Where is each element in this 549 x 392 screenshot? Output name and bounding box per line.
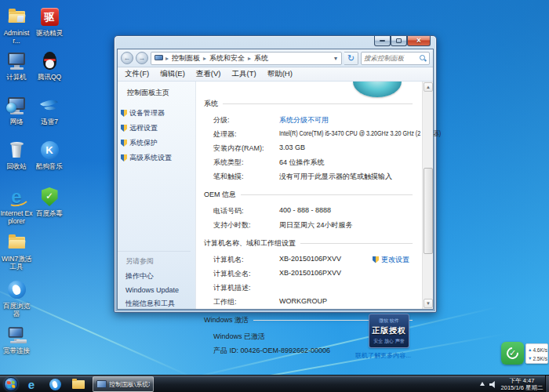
minimize-button[interactable] [374, 36, 391, 46]
desktop-icon-qq[interactable]: 腾讯QQ [33, 50, 66, 81]
sidebar-item-performance-tools[interactable]: 性能信息和工具 [125, 299, 191, 309]
recycle-bin-icon [6, 140, 27, 161]
menu-tools[interactable]: 工具(T) [226, 69, 261, 79]
section-title: 系统 [204, 99, 218, 109]
taskbar-internet-explorer[interactable]: e [22, 377, 41, 391]
section-title: Windows 激活 [204, 315, 249, 325]
breadcrumb-system[interactable]: 系统 [252, 53, 271, 64]
rating-unavailable-link[interactable]: 系统分级不可用 [279, 116, 329, 124]
download-speed: 2.5K/s [533, 354, 547, 363]
learn-more-online-link[interactable]: 联机了解更多内容... [355, 351, 411, 360]
search-input[interactable] [364, 54, 420, 62]
spec-row-rating: 分级: 系统分级不可用 [204, 113, 413, 127]
upload-speed: 4.6K/s [533, 346, 547, 354]
qq-penguin-icon [39, 50, 60, 71]
desktop-icon-baidu-browser[interactable]: 百度浏览器 [0, 279, 33, 318]
show-desktop-button[interactable] [545, 376, 549, 392]
taskbar-clock[interactable]: 下午 4:47 2015/1/6 星期二 [500, 377, 544, 392]
desktop-icon-network[interactable]: 网络 [0, 95, 33, 125]
spec-row-computer-name: 计算机名: XB-20150106PXVV 更改设置 [204, 252, 413, 267]
desktop-icon-label: 腾讯QQ [33, 73, 66, 81]
breadcrumb[interactable]: ▸ 控制面板 ▸ 系统和安全 ▸ 系统 ▾ [151, 52, 342, 65]
download-speed-row: ▼ 2.5K/s [528, 354, 547, 363]
search-box[interactable] [361, 52, 430, 65]
breadcrumb-control-panel[interactable]: 控制面板 [169, 53, 202, 64]
sidebar-item-control-panel-home[interactable]: 控制面板主页 [118, 82, 195, 106]
section-title: 计算机名称、域和工作组设置 [204, 238, 296, 249]
spec-row-workgroup: 工作组: WORKGROUP [204, 295, 413, 309]
desktop-icon-internet-explorer[interactable]: e Internet Explorer [0, 187, 33, 225]
main-panel: 系统 分级: 系统分级不可用 处理器: Intel(R) Core(TM) i5… [196, 82, 422, 309]
close-button[interactable]: × [407, 36, 431, 46]
spec-row-hours: 支持小时数: 周日至周六 24小时服务 [204, 218, 413, 232]
sidebar-item-label: 系统保护 [129, 138, 158, 148]
desktop-icon-label: 网络 [0, 118, 33, 125]
internet-explorer-icon: e [28, 378, 35, 391]
desktop-icon-computer[interactable]: 计算机 [0, 50, 33, 81]
refresh-button[interactable]: ↻ [344, 52, 358, 65]
net-speed-widget[interactable]: ▲ 4.6K/s ▼ 2.5K/s [525, 343, 548, 364]
address-dropdown-icon[interactable]: ▾ [332, 55, 340, 62]
scroll-down-arrow[interactable]: ▼ [424, 299, 433, 308]
menu-file[interactable]: 文件(F) [119, 69, 155, 79]
sidebar-item-device-manager[interactable]: 设备管理器 [118, 106, 195, 121]
baidu-browser-icon [6, 279, 27, 300]
computer-icon [96, 380, 107, 388]
speaker-icon[interactable] [489, 381, 497, 388]
desktop-icon-win7-activator-folder[interactable]: WIN7激活工具 [0, 232, 33, 270]
desktop-icon-label: Administr... [0, 29, 33, 45]
back-button[interactable]: ← [121, 52, 133, 64]
taskbar-explorer[interactable] [69, 377, 88, 391]
taskbar-baidu-browser[interactable] [45, 377, 64, 391]
start-button[interactable] [4, 377, 18, 391]
desktop-icon-label: Internet Explorer [0, 209, 33, 225]
desktop-icon-label: 百度浏览器 [0, 302, 33, 318]
maximize-button[interactable] [391, 36, 407, 46]
section-oem: OEM 信息 [204, 190, 413, 200]
forward-button[interactable]: → [136, 52, 148, 64]
computer-name-value: XB-20150106PXVV [279, 255, 373, 265]
windows-orb-graphic [353, 82, 402, 97]
scrollbar-thumb[interactable] [424, 168, 433, 254]
baidu-browser-icon [49, 379, 61, 390]
desktop-icon-baidu-antivirus[interactable]: ✓ 百度杀毒 [33, 187, 66, 217]
uac-shield-icon [121, 140, 127, 147]
change-settings-link[interactable]: 更改设置 [381, 255, 409, 265]
clock-time: 下午 4:47 [500, 377, 544, 384]
desktop-icon-label: 宽带连接 [0, 347, 33, 354]
desktop-icon-label: 计算机 [0, 73, 33, 81]
user-folder-icon [6, 6, 27, 27]
desktop-icon-drive-genius[interactable]: 驱 驱动精灵 [33, 6, 66, 37]
taskbar-active-task[interactable]: 控制面板\系统和安全\系统 [93, 376, 154, 392]
scroll-up-arrow[interactable]: ▲ [424, 82, 433, 92]
sidebar-item-windows-update[interactable]: Windows Update [125, 286, 191, 294]
desktop-icon-recycle-bin[interactable]: 回收站 [0, 140, 33, 170]
spec-row-system-type: 系统类型: 64 位操作系统 [204, 155, 413, 169]
sidebar-item-remote-settings[interactable]: 远程设置 [118, 121, 195, 136]
desktop-icon-admin-folder[interactable]: Administr... [0, 6, 33, 45]
sidebar-item-advanced-settings[interactable]: 高级系统设置 [118, 151, 195, 165]
menu-view[interactable]: 查看(V) [191, 69, 227, 79]
computer-icon [6, 50, 27, 71]
desktop-icon-kugou[interactable]: K 酷狗音乐 [33, 140, 66, 170]
spec-row-description: 计算机描述: [204, 281, 413, 295]
desktop-icon-thunder[interactable]: 迅雷7 [33, 95, 66, 125]
tray-expand-icon[interactable] [480, 382, 485, 386]
pen-touch-value: 没有可用于此显示器的笔或触摸输入 [279, 172, 413, 182]
baidu-antivirus-shield-icon: ✓ [39, 187, 60, 208]
breadcrumb-system-security[interactable]: 系统和安全 [207, 53, 247, 64]
desktop-icon-label: WIN7激活工具 [0, 255, 33, 270]
full-name-value: XB-20150106PXVV [279, 269, 413, 279]
folder-icon [72, 380, 85, 389]
sidebar-item-action-center[interactable]: 操作中心 [125, 271, 191, 281]
menu-help[interactable]: 帮助(H) [262, 69, 298, 79]
genuine-windows-badge[interactable]: 微软 软件 正版授权 安全 放心 声誉 [369, 314, 409, 348]
vertical-scrollbar[interactable]: ▲ ▼ [422, 82, 433, 309]
sidebar-item-system-protection[interactable]: 系统保护 [118, 136, 195, 151]
menu-edit[interactable]: 编辑(E) [155, 69, 191, 79]
desktop-wallpaper: Administr... 计算机 网络 回收站 e Internet Explo… [0, 0, 549, 392]
phone-value: 400 - 888 - 8888 [279, 206, 413, 216]
security-check-widget[interactable]: ✓ [501, 342, 524, 365]
desktop-icon-broadband[interactable]: 宽带连接 [0, 324, 33, 354]
sidebar-item-label: 高级系统设置 [129, 153, 172, 163]
